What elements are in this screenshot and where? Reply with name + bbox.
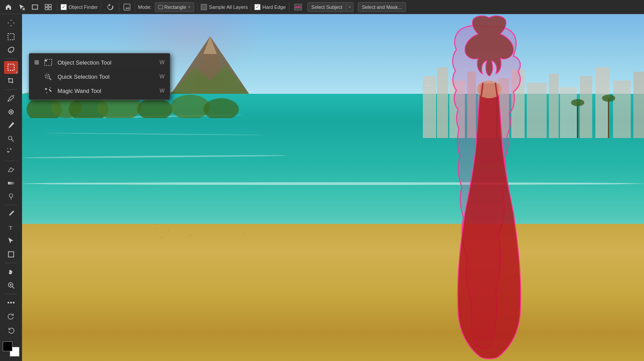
selection-marquee-tool-button[interactable] — [4, 30, 18, 42]
hand-tool-button[interactable] — [4, 265, 18, 278]
eyedropper-tool-button[interactable] — [4, 92, 18, 104]
move-tool-button[interactable] — [4, 17, 18, 29]
svg-rect-6 — [49, 8, 51, 10]
svg-rect-39 — [580, 76, 592, 138]
pen-tool-button[interactable] — [4, 207, 18, 220]
select-and-mask-button[interactable]: Select and Mask... — [358, 2, 406, 12]
type-tool-button[interactable]: T — [4, 221, 18, 234]
svg-rect-8 — [158, 5, 163, 9]
rotate-ccw-button[interactable] — [4, 324, 18, 338]
hard-edge-checkbox[interactable]: ✓ — [254, 4, 261, 10]
selection-svg — [445, 14, 533, 361]
object-finder-group: ✓ Object Finder — [61, 4, 98, 10]
left-sep-4 — [5, 205, 17, 205]
flyout-indicator — [15, 71, 17, 73]
separator-1 — [57, 3, 58, 12]
svg-rect-40 — [595, 67, 610, 138]
hard-edge-label: Hard Edge — [262, 4, 286, 10]
select-subject-dropdown-arrow[interactable] — [346, 2, 353, 12]
left-sep-6 — [5, 294, 17, 294]
svg-point-19 — [8, 302, 9, 303]
history-brush-tool-button[interactable] — [4, 146, 18, 158]
sample-all-layers-checkbox[interactable]: ✓ — [201, 4, 207, 10]
object-finder-checkbox[interactable]: ✓ — [61, 4, 67, 10]
flyout-item-object-selection[interactable]: Object Selection Tool W — [29, 55, 170, 69]
svg-rect-10 — [8, 34, 14, 40]
svg-rect-44 — [428, 85, 430, 86]
svg-text:T: T — [9, 224, 12, 231]
preview-icon[interactable] — [292, 1, 304, 13]
separator-4 — [134, 3, 135, 12]
quick-selection-shortcut: W — [160, 73, 165, 80]
crop-tool-button[interactable] — [4, 75, 18, 87]
object-selection-tool-button[interactable] — [4, 61, 18, 73]
refresh-button[interactable] — [104, 1, 116, 13]
svg-rect-38 — [560, 87, 577, 138]
svg-rect-2 — [32, 5, 38, 9]
sample-all-layers-group: ✓ Sample All Layers — [201, 4, 248, 10]
left-sep-1 — [5, 58, 17, 59]
wave-2 — [44, 133, 265, 135]
object-finder-label: Object Finder — [69, 4, 98, 10]
object-selection-shortcut: W — [160, 59, 165, 65]
flyout-item-magic-wand[interactable]: Magic Wand Tool W — [29, 84, 170, 98]
toolbar-frame-icon[interactable] — [42, 1, 54, 13]
magic-wand-tool-label: Magic Wand Tool — [58, 88, 155, 94]
zoom-tool-button[interactable] — [4, 279, 18, 291]
svg-point-57 — [477, 81, 502, 98]
person-with-selection — [445, 14, 533, 361]
svg-rect-17 — [8, 252, 14, 257]
svg-rect-7 — [124, 4, 130, 10]
svg-point-56 — [203, 98, 239, 118]
quick-selection-icon — [43, 72, 53, 81]
left-sep-5 — [5, 263, 17, 263]
svg-rect-42 — [633, 72, 644, 138]
separator-6 — [251, 3, 251, 12]
select-subject-container: Select Subject — [307, 2, 353, 12]
sand-texture — [155, 228, 156, 229]
more-tools-button[interactable] — [4, 296, 18, 309]
toolbar-selection-icon[interactable] — [16, 1, 27, 13]
svg-point-13 — [8, 136, 12, 140]
quick-selection-tool-label: Quick Selection Tool — [58, 73, 155, 80]
sand-layer — [22, 224, 644, 361]
clone-stamp-tool-button[interactable] — [4, 132, 18, 145]
svg-point-15 — [9, 194, 13, 197]
home-button[interactable] — [3, 1, 14, 13]
svg-point-49 — [602, 95, 615, 102]
svg-rect-1 — [23, 9, 25, 10]
svg-rect-3 — [45, 4, 48, 7]
separator-7 — [289, 3, 289, 12]
lasso-tool-button[interactable] — [4, 44, 18, 56]
foreground-color-swatch[interactable] — [3, 342, 12, 351]
toolbar-rect-mode-icon[interactable] — [29, 1, 41, 13]
magic-wand-icon — [43, 86, 53, 96]
mode-dropdown[interactable]: Rectangle — [155, 2, 195, 12]
dodge-tool-button[interactable] — [4, 190, 18, 203]
eraser-tool-button[interactable] — [4, 163, 18, 176]
select-subject-button[interactable]: Select Subject — [307, 2, 346, 12]
svg-rect-45 — [425, 89, 427, 91]
rotate-cw-button[interactable] — [4, 310, 18, 324]
mode-dropdown-value: Rectangle — [165, 4, 187, 10]
svg-point-47 — [571, 99, 584, 106]
subject-thumbnail-icon[interactable] — [123, 1, 131, 13]
svg-rect-5 — [45, 8, 48, 10]
rotate-arrows-container — [4, 310, 18, 338]
flyout-spacer-2 — [34, 88, 39, 93]
path-selection-tool-button[interactable] — [4, 234, 18, 247]
gradient-tool-button[interactable] — [4, 177, 18, 189]
svg-point-60 — [45, 74, 50, 78]
left-toolbar: T — [0, 14, 22, 361]
brush-tool-button[interactable] — [4, 119, 18, 131]
svg-rect-37 — [549, 74, 559, 138]
svg-rect-11 — [8, 64, 14, 70]
rectangle-shape-tool-button[interactable] — [4, 248, 18, 261]
object-selection-icon — [43, 58, 53, 67]
svg-point-59 — [45, 60, 47, 61]
hard-edge-group: ✓ Hard Edge — [254, 4, 286, 10]
flyout-item-quick-selection[interactable]: Quick Selection Tool W — [29, 69, 170, 84]
spot-healing-tool-button[interactable] — [4, 105, 18, 118]
object-selection-tool-label: Object Selection Tool — [58, 59, 155, 66]
magic-wand-shortcut: W — [160, 88, 165, 94]
